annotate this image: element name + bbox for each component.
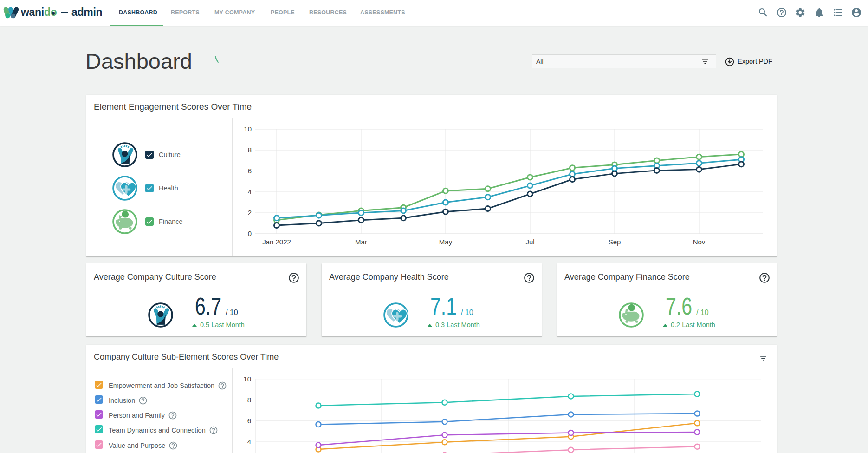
- svg-text:10: 10: [243, 375, 251, 383]
- svg-text:Nov: Nov: [693, 238, 706, 246]
- svg-text:6: 6: [248, 167, 252, 175]
- svg-text:May: May: [439, 238, 453, 246]
- svg-text:0: 0: [248, 230, 252, 237]
- svg-text:8: 8: [247, 396, 251, 404]
- svg-text:Sep: Sep: [609, 238, 621, 246]
- svg-text:Jul: Jul: [525, 238, 534, 246]
- svg-text:6: 6: [247, 417, 251, 425]
- svg-text:Mar: Mar: [355, 238, 367, 246]
- svg-text:10: 10: [244, 125, 252, 133]
- svg-text:4: 4: [247, 438, 251, 446]
- svg-text:Jan 2022: Jan 2022: [262, 238, 291, 246]
- svg-text:4: 4: [248, 188, 252, 196]
- svg-text:8: 8: [248, 146, 252, 154]
- svg-text:2: 2: [248, 209, 252, 217]
